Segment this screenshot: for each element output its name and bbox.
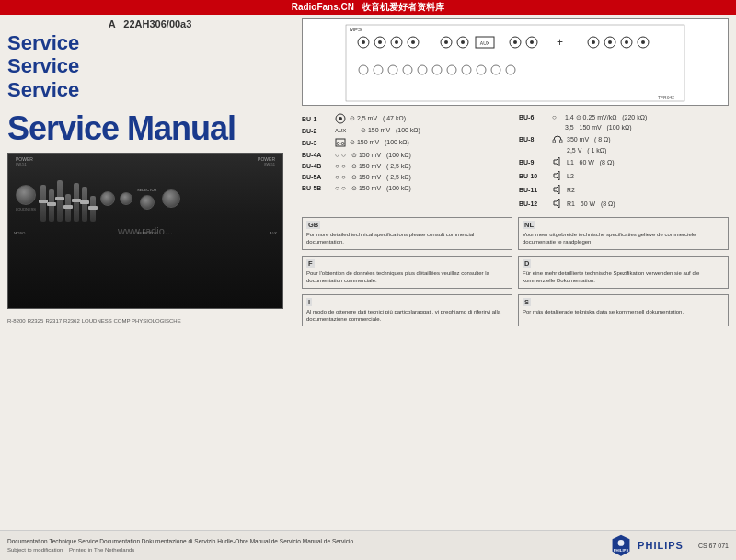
spec-row-bu10: BU-10 L2 <box>519 170 729 181</box>
svg-point-35 <box>462 65 471 74</box>
tape-icon <box>335 137 346 148</box>
svg-text:TFR642: TFR642 <box>658 95 674 100</box>
specs-area: BU-1 ⊙ 2,5 mV ( 47 kΩ) BU-2 AUX ⊙ 150 mV… <box>302 113 729 522</box>
svg-point-27 <box>641 40 645 44</box>
svg-point-18 <box>530 40 534 44</box>
spec-id: BU-2 <box>302 128 331 134</box>
subject-to-modification: Subject to modification <box>7 547 63 553</box>
spec-value: ⊙ 2,5 mV ( 47 kΩ) <box>350 115 406 122</box>
note-text-s: Por más detaljierade tekniska data se ko… <box>523 308 724 315</box>
spec-id: BU-3 <box>302 140 331 146</box>
spec-row-bu8: BU-8 350 mV ( 8 Ω) <box>519 133 729 144</box>
speaker-icon <box>552 198 563 209</box>
spec-id: BU-5A <box>302 174 331 180</box>
watermark-subtitle: 收音机爱好者资料库 <box>362 2 444 12</box>
note-i: I Al modo de ottenere dati tecnici più p… <box>302 294 512 327</box>
diagram-annotations: R-8200 R2325 R2317 R2362 LOUDNESS COMP P… <box>7 318 293 324</box>
service-text-2: Service <box>7 54 293 77</box>
model-prefix: A <box>109 18 116 29</box>
spec-row-bu4b: BU-4B ○ ○ ⊙ 150 mV ( 2,5 kΩ) <box>302 162 512 170</box>
svg-text:+: + <box>557 36 563 49</box>
speaker-icon <box>552 184 563 195</box>
printed-in: Printed in The Netherlands <box>69 547 134 553</box>
spec-row-bu6: BU-6 ○ 1,4 ⊙ 0,25 mV/kΩ (220 kΩ) <box>519 113 729 121</box>
spec-row-bu4a: BU-4A ○ ○ ⊙ 150 mV (100 kΩ) <box>302 151 512 159</box>
svg-point-23 <box>608 40 612 44</box>
spec-value: ⊙ 150 mV ( 2,5 kΩ) <box>351 174 411 181</box>
spec-id: BU-4B <box>302 163 331 169</box>
spec-id: BU-8 <box>519 136 548 143</box>
svg-text:AUX: AUX <box>480 40 490 46</box>
spec-row-bu8b: 2,5 V ( 1 kΩ) <box>519 147 729 154</box>
philips-logo-icon: PHILIPS <box>610 534 632 556</box>
spec-id: BU-6 <box>519 114 548 120</box>
svg-point-10 <box>444 40 448 44</box>
service-manual-title: Service Manual <box>7 112 293 145</box>
note-nl: NL Voor meer uitgebreide technische spec… <box>518 217 729 250</box>
spec-row-bu12: BU-12 R1 60 W (8 Ω) <box>519 198 729 209</box>
note-s: S Por más detaljierade tekniska data se … <box>518 294 729 327</box>
note-gb: GB For more detailed technical specifica… <box>302 217 512 250</box>
note-text-gb: For more detailed technical specificatio… <box>306 231 508 246</box>
spec-id: BU-12 <box>519 200 548 207</box>
specs-right-col: BU-6 ○ 1,4 ⊙ 0,25 mV/kΩ (220 kΩ) 3,5 150… <box>519 113 729 211</box>
spec-id: BU-1 <box>302 116 331 122</box>
documentation-text: Documentation Technique Service Document… <box>7 537 610 545</box>
note-lang-f: F <box>306 259 315 268</box>
svg-point-31 <box>403 65 412 74</box>
svg-point-29 <box>374 65 383 74</box>
svg-text:PHILIPS: PHILIPS <box>614 548 629 553</box>
spec-value: ⊙ 150 mV (100 kΩ) <box>350 139 409 146</box>
svg-point-28 <box>359 65 368 74</box>
spec-value: R1 60 W (8 Ω) <box>567 200 615 207</box>
service-text-block: Service Service Service <box>7 31 293 101</box>
spec-row-bu5a: BU-5A ○ ○ ⊙ 150 mV ( 2,5 kΩ) <box>302 173 512 181</box>
right-panel: MPS <box>293 18 729 522</box>
svg-point-6 <box>395 40 398 44</box>
watermark-bar: RadioFans.CN 收音机爱好者资料库 <box>0 0 736 15</box>
svg-point-16 <box>513 40 517 44</box>
note-lang-nl: NL <box>523 221 535 229</box>
spec-row-bu2: BU-2 AUX ⊙ 150 mV (100 kΩ) <box>302 127 512 134</box>
note-lang-gb: GB <box>306 221 320 229</box>
spec-row-bu1: BU-1 ⊙ 2,5 mV ( 47 kΩ) <box>302 113 512 124</box>
spec-value: ⊙ 150 mV (100 kΩ) <box>351 185 411 192</box>
note-f: F Pour l'obtention de données techniques… <box>302 256 512 289</box>
svg-point-32 <box>418 65 427 74</box>
connector-diagram: MPS <box>302 18 729 106</box>
spec-value: L1 60 W (8 Ω) <box>567 159 615 166</box>
spec-value: R2 <box>567 187 575 193</box>
spec-row-bu11: BU-11 R2 <box>519 184 729 195</box>
note-text-i: Al modo de ottenere dati tecnici più par… <box>306 308 508 324</box>
note-lang-s: S <box>523 298 531 306</box>
service-text-1: Service <box>7 31 293 54</box>
device-image: POWER POWER 8W-51 8W-51 LOUDNESS <box>7 153 283 309</box>
svg-point-21 <box>592 40 595 44</box>
svg-rect-47 <box>560 140 563 143</box>
svg-marker-49 <box>554 171 559 180</box>
spec-row-bu6b: 3,5 150 mV (100 kΩ) <box>519 124 729 131</box>
headphone-icon <box>552 133 563 144</box>
svg-point-2 <box>362 40 365 44</box>
svg-point-25 <box>625 40 628 44</box>
svg-point-45 <box>341 143 344 145</box>
svg-text:MPS: MPS <box>350 27 362 32</box>
spec-value: ⊙ 150 mV ( 2,5 kΩ) <box>351 163 411 170</box>
spec-value: L2 <box>567 173 574 179</box>
watermark-site: RadioFans.CN <box>292 2 354 12</box>
model-number: A 22AH306/00a3 <box>7 18 293 29</box>
note-lang-i: I <box>306 298 312 306</box>
svg-marker-51 <box>554 199 559 208</box>
note-text-d: Für eine mehr detaillierte technische Sp… <box>523 269 724 285</box>
cs-number: CS 67 071 <box>698 543 729 549</box>
service-text-3: Service <box>7 78 293 101</box>
svg-marker-50 <box>554 185 559 194</box>
svg-point-33 <box>432 65 442 74</box>
spec-value: 3,5 150 mV (100 kΩ) <box>565 124 632 131</box>
note-d: D Für eine mehr detaillierte technische … <box>518 256 729 289</box>
svg-marker-48 <box>554 157 559 166</box>
spec-row-bu5b: BU-5B ○ ○ ⊙ 150 mV (100 kΩ) <box>302 184 512 192</box>
spec-value: 2,5 V ( 1 kΩ) <box>567 147 606 154</box>
spec-id: BU-10 <box>519 173 548 179</box>
speaker-icon <box>552 156 563 167</box>
